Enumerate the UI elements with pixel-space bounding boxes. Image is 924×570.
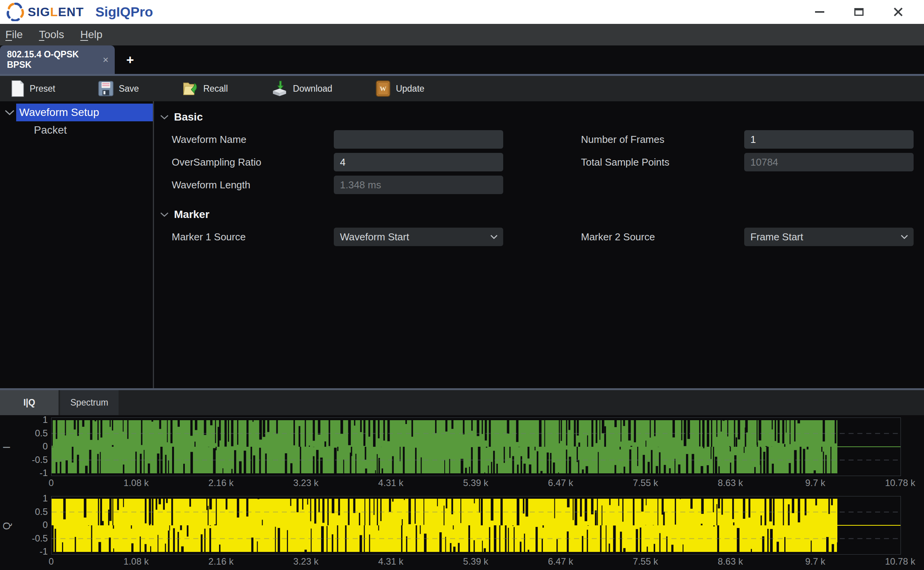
sidebar-item-packet[interactable]: Packet (34, 121, 153, 139)
tab-802-15-4-o-qpsk-bpsk[interactable]: 802.15.4 O-QPSK BPSK × (0, 45, 115, 74)
title-bar: SIGLENT SigIQPro (0, 0, 924, 24)
number-of-frames-input[interactable] (744, 130, 914, 149)
section-marker-title: Marker (174, 208, 209, 221)
x-tick-label: 10.78 k (869, 478, 924, 488)
x-tick-label: 0 (20, 556, 82, 567)
tab-label: 802.15.4 O-QPSK BPSK (7, 49, 103, 70)
x-tick-label: 2.16 k (190, 478, 252, 488)
y-tick-label: -0.5 (0, 455, 48, 465)
menu-bar: File Tools Help (0, 24, 924, 45)
marker2-source-select[interactable]: Frame Start (744, 228, 914, 246)
y-tick-label: 1 (0, 493, 48, 503)
save-button[interactable]: Save (98, 81, 139, 96)
y-tick-label: 0.5 (0, 428, 48, 438)
tab-iq[interactable]: I|Q (0, 390, 59, 415)
y-tick-label: 0.5 (0, 507, 48, 517)
marker2-source-value: Frame Start (750, 231, 803, 243)
total-sample-points-input (744, 153, 914, 171)
q-y-axis-ticks: 10.50-0.5-1 (0, 496, 48, 555)
window-controls (813, 5, 905, 18)
marker2-source-label: Marker 2 Source (581, 231, 744, 243)
x-tick-label: 1.08 k (105, 478, 167, 488)
preset-button[interactable]: Preset (11, 80, 55, 97)
x-tick-label: 4.31 k (360, 478, 422, 488)
waveform-length-label: Waveform Length (172, 179, 334, 191)
waveform-name-input[interactable] (334, 130, 503, 149)
section-basic-title: Basic (174, 111, 203, 123)
update-button[interactable]: W Update (375, 80, 424, 97)
toolbar: Preset Save Recall (0, 76, 924, 101)
waveform-name-label: Waveform Name (172, 134, 334, 146)
download-label: Download (293, 84, 332, 94)
x-tick-label: 8.63 k (700, 556, 761, 567)
q-plot[interactable] (51, 496, 901, 555)
number-of-frames-label: Number of Frames (581, 134, 744, 146)
download-box-icon (271, 80, 288, 97)
x-tick-label: 7.55 k (615, 556, 676, 567)
total-sample-points-label: Total Sample Points (581, 156, 744, 168)
x-tick-label: 1.08 k (105, 556, 167, 567)
y-tick-label: 0 (0, 520, 48, 530)
y-tick-label: -0.5 (0, 533, 48, 543)
brand-siglent: SIGLENT (28, 5, 84, 19)
x-tick-label: 0 (20, 478, 82, 488)
view-tab-bar: I|Q Spectrum (0, 390, 924, 415)
i-x-axis-ticks: 01.08 k2.16 k3.23 k4.31 k5.39 k6.47 k7.5… (51, 478, 901, 491)
update-glyph: W (380, 85, 387, 92)
minimize-icon (815, 11, 824, 13)
i-plot[interactable] (51, 417, 901, 476)
x-tick-label: 5.39 k (445, 478, 507, 488)
tab-spectrum[interactable]: Spectrum (60, 390, 119, 415)
chevron-down-icon[interactable] (3, 109, 16, 116)
save-label: Save (119, 84, 139, 94)
sigiqpro-window: SIGLENT SigIQPro File Tools Help 802.15.… (0, 0, 924, 570)
y-tick-label: 1 (0, 415, 48, 425)
siglent-logo-icon (6, 3, 25, 21)
add-tab-button[interactable]: + (126, 52, 134, 67)
product-name: SigIQPro (95, 4, 153, 20)
menu-help[interactable]: Help (80, 28, 103, 41)
q-x-axis-ticks: 01.08 k2.16 k3.23 k4.31 k5.39 k6.47 k7.5… (51, 556, 901, 569)
y-tick-label: -1 (0, 547, 48, 557)
close-icon (893, 7, 903, 17)
marker1-source-label: Marker 1 Source (172, 231, 334, 243)
i-y-axis-ticks: 10.50-0.5-1 (0, 417, 48, 476)
x-tick-label: 3.23 k (275, 478, 337, 488)
x-tick-label: 7.55 k (615, 478, 676, 488)
y-tick-label: -1 (0, 468, 48, 478)
main-content: Waveform Setup Packet Basic Waveform Nam… (0, 101, 924, 388)
sidebar-item-waveform-setup[interactable]: Waveform Setup (16, 104, 153, 121)
oversampling-ratio-input[interactable] (334, 153, 503, 171)
close-button[interactable] (892, 5, 905, 18)
x-tick-label: 9.7 k (785, 478, 846, 488)
recall-label: Recall (203, 84, 228, 94)
iq-charts-area: I 10.50-0.5-1 01.08 k2.16 k3.23 k4.31 k5… (0, 415, 924, 570)
document-tab-bar: 802.15.4 O-QPSK BPSK × + (0, 45, 924, 74)
x-tick-label: 10.78 k (869, 556, 924, 567)
recall-button[interactable]: Recall (182, 80, 228, 97)
y-tick-label: 0 (0, 441, 48, 451)
document-icon (11, 80, 25, 97)
marker1-source-select[interactable]: Waveform Start (334, 228, 503, 246)
maximize-button[interactable] (852, 5, 865, 18)
settings-form: Basic Waveform Name Number of Frames Ove… (154, 101, 924, 388)
section-basic[interactable]: Basic (160, 108, 924, 126)
folder-recall-icon (182, 80, 198, 97)
x-tick-label: 6.47 k (530, 556, 591, 567)
tab-close-icon[interactable]: × (103, 54, 109, 66)
x-tick-label: 3.23 k (275, 556, 337, 567)
chevron-down-icon (901, 235, 908, 239)
minimize-button[interactable] (813, 5, 826, 18)
download-button[interactable]: Download (271, 80, 332, 97)
update-label: Update (396, 84, 424, 94)
floppy-icon (98, 81, 114, 96)
menu-tools[interactable]: Tools (39, 28, 64, 41)
marker1-source-value: Waveform Start (340, 231, 409, 243)
preset-label: Preset (30, 84, 55, 94)
waveform-length-input (334, 176, 503, 194)
oversampling-ratio-label: OverSampling Ratio (172, 156, 334, 168)
navigation-tree: Waveform Setup Packet (0, 101, 154, 388)
section-marker[interactable]: Marker (160, 206, 924, 223)
bottom-panel: I|Q Spectrum I 10.50-0.5-1 01.08 k2.16 k… (0, 390, 924, 570)
menu-file[interactable]: File (5, 28, 23, 41)
